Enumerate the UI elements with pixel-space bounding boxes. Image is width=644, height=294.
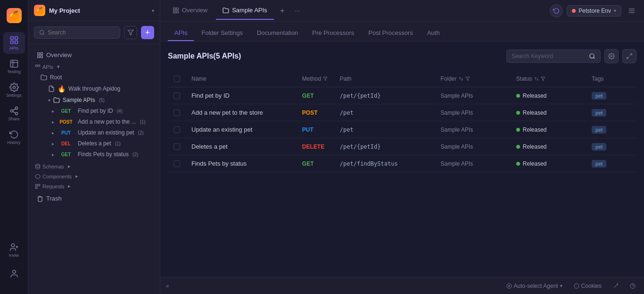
- sec-tab-post-processors[interactable]: Post Processors: [362, 25, 420, 41]
- sidebar-item-apis[interactable]: APIs: [3, 32, 25, 54]
- sidebar-item-history[interactable]: History: [3, 126, 25, 148]
- table-row[interactable]: Update an existing pet PUT /pet Sample A…: [168, 121, 636, 138]
- row-checkbox[interactable]: [173, 143, 180, 150]
- col-header-folder[interactable]: Folder: [435, 71, 511, 87]
- tab-overview[interactable]: Overview: [166, 2, 214, 20]
- col-header-name[interactable]: Name: [186, 71, 297, 87]
- table-settings-button[interactable]: [604, 49, 619, 63]
- collapse-sidebar-button[interactable]: «: [166, 283, 169, 289]
- filter-button[interactable]: [124, 26, 137, 39]
- table-row[interactable]: Deletes a pet DELETE /pet/{petId} Sample…: [168, 138, 636, 155]
- svg-rect-21: [36, 65, 38, 67]
- hamburger-button[interactable]: [625, 4, 638, 17]
- col-header-tags[interactable]: Tags: [586, 71, 636, 87]
- env-selector[interactable]: Petstore Env ▾: [567, 5, 621, 17]
- col-header-method[interactable]: Method: [297, 71, 334, 87]
- sec-tab-folder-settings[interactable]: Folder Settings: [195, 25, 249, 41]
- main-sidebar: 🍊 My Project ▾ + Overview: [28, 0, 160, 294]
- search-input[interactable]: [48, 29, 115, 36]
- tab-sample-apis-label: Sample APIs: [232, 7, 267, 14]
- add-button[interactable]: +: [141, 26, 154, 39]
- sidebar-item-settings[interactable]: Settings: [3, 79, 25, 101]
- sec-tab-auth[interactable]: Auth: [421, 25, 446, 41]
- sidebar-components-section[interactable]: Components ▸: [28, 171, 160, 181]
- tab-sample-apis[interactable]: Sample APIs: [216, 2, 273, 20]
- tag-badge: pet: [592, 92, 606, 100]
- schemas-icon: [35, 164, 41, 169]
- svg-point-43: [507, 284, 512, 288]
- sidebar-api-delete-pet[interactable]: ▸ DEL Deletes a pet (1): [31, 138, 157, 149]
- help-button[interactable]: [627, 282, 638, 290]
- sidebar-api-find-status[interactable]: ▸ GET Finds Pets by status (2): [31, 149, 157, 160]
- sidebar-item-invite[interactable]: Invite: [3, 239, 25, 261]
- col-header-status[interactable]: Status: [511, 71, 586, 87]
- row-checkbox[interactable]: [173, 126, 180, 133]
- sidebar-apis-section[interactable]: APIs ▾: [28, 62, 160, 72]
- update-pet-count: (2): [138, 130, 143, 135]
- api-search-input[interactable]: [512, 53, 586, 59]
- row-tags: pet: [586, 155, 636, 172]
- add-pet-chevron: ▸: [52, 119, 54, 125]
- fullscreen-button[interactable]: [622, 49, 636, 63]
- table-row[interactable]: Find pet by ID GET /pet/{petId} Sample A…: [168, 87, 636, 104]
- auto-select-agent-button[interactable]: Auto-select Agent ▾: [504, 281, 565, 291]
- sidebar-item-testing[interactable]: Testing: [3, 56, 25, 77]
- row-checkbox[interactable]: [173, 160, 180, 167]
- main-content: Sample APIs(5 APIs): [160, 42, 644, 277]
- api-table: Name Method Path: [168, 71, 636, 172]
- sidebar-trash[interactable]: Trash: [31, 192, 157, 205]
- sidebar-schemas-section[interactable]: Schemas ▸: [28, 161, 160, 171]
- row-checkbox-cell: [168, 87, 186, 104]
- sec-tab-pre-processors[interactable]: Pre Processors: [305, 25, 361, 41]
- runner-button[interactable]: [610, 282, 621, 290]
- sidebar-sample-apis-folder[interactable]: ▾ Sample APIs (5): [31, 95, 157, 105]
- sidebar-search-header: +: [28, 21, 160, 44]
- find-pet-label: Find pet by ID: [78, 108, 113, 114]
- table-row[interactable]: Add a new pet to the store POST /pet Sam…: [168, 104, 636, 121]
- row-checkbox-cell: [168, 104, 186, 121]
- sidebar-item-share[interactable]: Share: [3, 103, 25, 125]
- filter-icon: [127, 29, 134, 36]
- sidebar-item-user[interactable]: [3, 263, 25, 285]
- add-tab-button[interactable]: +: [276, 4, 289, 17]
- runner-icon: [613, 283, 619, 289]
- project-logo[interactable]: 🍊: [3, 5, 25, 26]
- sidebar-root-folder[interactable]: Root: [31, 72, 157, 83]
- sec-tab-post-processors-label: Post Processors: [368, 29, 413, 36]
- svg-rect-31: [173, 11, 175, 13]
- sidebar-api-find-pet[interactable]: ▸ GET Find pet by ID (4): [31, 106, 157, 116]
- row-checkbox[interactable]: [173, 92, 180, 99]
- history-icon: [9, 130, 19, 139]
- svg-line-46: [614, 284, 618, 288]
- sidebar-walkthrough[interactable]: 🔥 Walk through Apidog: [31, 83, 157, 94]
- delete-pet-chevron: ▸: [52, 141, 54, 146]
- refresh-button[interactable]: [550, 4, 563, 17]
- refresh-icon: [553, 8, 560, 14]
- table-row[interactable]: Finds Pets by status GET /pet/findByStat…: [168, 155, 636, 172]
- invite-label: Invite: [9, 253, 19, 258]
- sidebar-search-box[interactable]: [34, 26, 120, 39]
- api-search-box[interactable]: [506, 50, 601, 63]
- method-filter-icon: [323, 76, 328, 81]
- project-header[interactable]: 🍊 My Project ▾: [28, 0, 160, 21]
- row-method: GET: [297, 87, 334, 104]
- apis-section-label: APIs: [42, 64, 53, 70]
- row-checkbox[interactable]: [173, 109, 180, 116]
- sidebar-api-update-pet[interactable]: ▸ PUT Update an existing pet (2): [31, 127, 157, 138]
- row-checkbox-cell: [168, 121, 186, 138]
- sidebar-requests-section[interactable]: Requests ▸: [28, 181, 160, 191]
- sidebar-overview[interactable]: Overview: [31, 49, 157, 61]
- col-header-path[interactable]: Path: [334, 71, 435, 87]
- select-all-checkbox[interactable]: [173, 76, 180, 82]
- more-tabs-button[interactable]: ···: [291, 4, 304, 17]
- sec-tab-documentation[interactable]: Documentation: [250, 25, 305, 41]
- svg-rect-18: [41, 52, 42, 54]
- row-status: Released: [511, 121, 586, 138]
- svg-marker-42: [541, 77, 545, 81]
- env-dot: [572, 9, 576, 13]
- secondary-tab-bar: APIs Folder Settings Documentation Pre P…: [160, 22, 644, 42]
- cookies-button[interactable]: Cookies: [571, 281, 604, 291]
- row-tags: pet: [586, 138, 636, 155]
- sec-tab-apis[interactable]: APIs: [168, 25, 194, 41]
- sidebar-api-add-pet[interactable]: ▸ POST Add a new pet to the ... (1): [31, 117, 157, 127]
